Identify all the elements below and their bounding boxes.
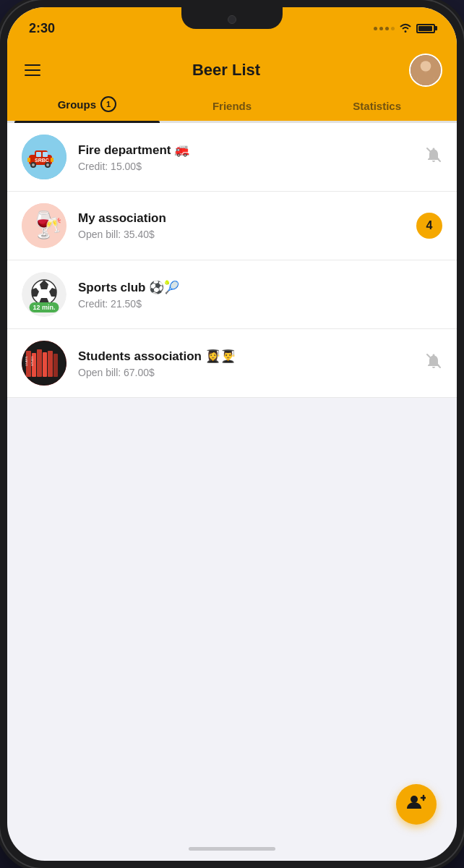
time-badge: 12 min.	[29, 302, 59, 312]
add-person-icon	[407, 794, 426, 814]
camera	[228, 15, 236, 24]
group-info-association: My association Open bill: 35.40$	[78, 211, 405, 240]
svg-point-36	[411, 796, 418, 803]
group-info-fire: Fire department 🚒 Credit: 15.00$	[78, 142, 413, 172]
tab-groups-label: Groups	[58, 98, 96, 111]
group-avatar-sports: 12 min.	[22, 272, 66, 317]
signal-dot-3	[385, 27, 389, 30]
signal-dots	[374, 27, 395, 30]
svg-rect-31	[48, 351, 53, 377]
header: Beer List	[7, 45, 457, 88]
bell-muted-icon-2	[425, 355, 442, 373]
tab-friends-label: Friends	[212, 100, 252, 112]
group-status-fire: Credit: 15.00$	[78, 161, 413, 172]
svg-rect-14	[51, 158, 53, 162]
group-status-sports: Credit: 21.50$	[78, 298, 431, 310]
list-item[interactable]: LEARN STUDY Students association 👩‍🎓👨‍🎓 …	[7, 329, 457, 398]
tab-groups[interactable]: Groups 1	[14, 89, 160, 121]
svg-text:🥂: 🥂	[42, 216, 62, 235]
tabs: Groups 1 Friends Statistics	[7, 88, 457, 123]
tab-friends[interactable]: Friends	[160, 93, 305, 121]
notch	[181, 7, 283, 29]
signal-dot-2	[379, 27, 383, 30]
svg-text:STUDY: STUDY	[30, 356, 34, 366]
group-status-association: Open bill: 35.40$	[78, 229, 405, 240]
group-avatar-fire: SRBC	[22, 135, 66, 179]
tab-groups-badge: 1	[100, 96, 116, 112]
svg-point-10	[32, 163, 35, 166]
add-group-fab[interactable]	[396, 784, 437, 825]
list-item[interactable]: SRBC Fire department 🚒 Credit: 15.00$	[7, 123, 457, 192]
svg-rect-32	[53, 354, 58, 377]
signal-dot-4	[391, 27, 395, 30]
svg-point-12	[46, 163, 49, 166]
home-indicator	[189, 847, 275, 851]
signal-dot-1	[374, 27, 377, 30]
group-status-students: Open bill: 67.00$	[78, 367, 413, 378]
svg-rect-30	[43, 352, 47, 377]
list-item[interactable]: 🍷 🥂 My association Open bill: 35.40$ 4	[7, 192, 457, 260]
status-time: 2:30	[29, 21, 55, 36]
list-item[interactable]: 12 min. Sports club ⚽🎾 Credit: 21.50$	[7, 260, 457, 329]
groups-list: SRBC Fire department 🚒 Credit: 15.00$	[7, 123, 457, 398]
notification-badge: 4	[416, 213, 442, 239]
group-avatar-students: LEARN STUDY	[22, 341, 66, 386]
hamburger-menu[interactable]	[22, 61, 43, 79]
svg-rect-13	[27, 158, 30, 162]
svg-rect-8	[43, 152, 48, 157]
svg-text:SRBC: SRBC	[35, 158, 49, 163]
group-action-association[interactable]: 4	[416, 213, 442, 239]
svg-rect-29	[37, 349, 42, 377]
group-name-fire: Fire department 🚒	[78, 142, 413, 158]
svg-rect-7	[36, 152, 41, 157]
group-name-association: My association	[78, 211, 405, 226]
group-avatar-association: 🍷 🥂	[22, 203, 66, 248]
bell-muted-icon	[425, 149, 442, 167]
group-name-sports: Sports club ⚽🎾	[78, 280, 431, 295]
svg-text:LEARN: LEARN	[25, 357, 28, 366]
phone-screen: 2:30	[7, 7, 457, 861]
svg-rect-3	[417, 73, 434, 85]
tab-statistics-label: Statistics	[353, 100, 401, 112]
wifi-icon	[399, 22, 412, 35]
tab-statistics[interactable]: Statistics	[304, 93, 450, 121]
status-icons	[374, 22, 435, 35]
svg-point-1	[421, 61, 431, 72]
app-title: Beer List	[192, 61, 260, 80]
group-action-fire[interactable]	[425, 146, 442, 168]
battery-icon	[416, 24, 435, 33]
group-info-students: Students association 👩‍🎓👨‍🎓 Open bill: 6…	[78, 349, 413, 378]
group-name-students: Students association 👩‍🎓👨‍🎓	[78, 349, 413, 364]
phone-frame: 2:30	[0, 0, 464, 868]
group-info-sports: Sports club ⚽🎾 Credit: 21.50$	[78, 280, 431, 310]
user-avatar[interactable]	[409, 54, 442, 87]
group-action-students[interactable]	[425, 352, 442, 374]
